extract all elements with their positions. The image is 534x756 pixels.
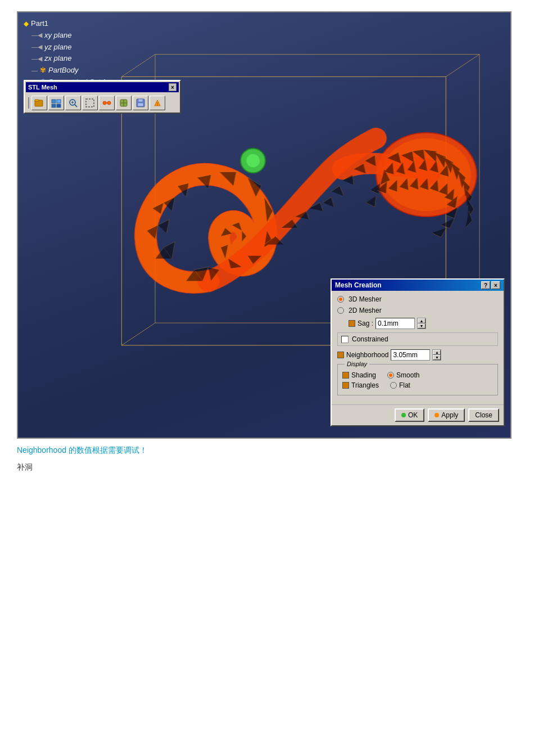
triangles-label: Triangles xyxy=(351,381,379,389)
mesher-3d-radio[interactable] xyxy=(337,296,344,303)
stl-toolbar-label: STL Mesh xyxy=(28,84,57,91)
viewport-3d-area: ◆ Part1 —◀ xy plane —◀ yz plane —◀ zx pl… xyxy=(17,11,512,439)
smooth-label: Smooth xyxy=(396,371,419,379)
svg-rect-2 xyxy=(52,100,56,103)
shading-item[interactable]: Shading xyxy=(342,371,376,379)
svg-line-23 xyxy=(121,55,155,77)
close-button[interactable]: Close xyxy=(468,408,499,422)
caption-line2: 补洞 xyxy=(17,462,517,472)
sag-spin-down[interactable]: ▼ xyxy=(418,323,426,328)
body-icon: ✾ xyxy=(40,65,46,76)
svg-rect-1 xyxy=(35,100,39,101)
toolbar-btn-7[interactable] xyxy=(133,96,148,110)
sag-row: Sag : ▲ ▼ xyxy=(337,318,498,329)
tree-item-partbody[interactable]: — ✾ PartBody xyxy=(24,65,107,76)
ok-button[interactable]: OK xyxy=(395,408,424,422)
sag-spin-up[interactable]: ▲ xyxy=(418,318,426,323)
neighborhood-label: Neighborhood xyxy=(346,351,388,359)
caption-line1: Neighborhood 的数值根据需要调试！ xyxy=(17,446,517,456)
constrained-checkbox[interactable] xyxy=(341,336,349,343)
mesher-3d-label: 3D Mesher xyxy=(349,295,382,303)
dialog-title: Mesh Creation xyxy=(335,281,382,289)
toolbar-btn-4[interactable] xyxy=(82,96,98,110)
display-inner: Shading Smooth Triangles xyxy=(338,369,497,395)
stl-toolbar-title: STL Mesh × xyxy=(26,82,179,92)
main-container: ◆ Part1 —◀ xy plane —◀ yz plane —◀ zx pl… xyxy=(0,0,534,484)
ok-btn-dot xyxy=(401,413,406,417)
neighborhood-row: Neighborhood ▲ ▼ xyxy=(337,349,498,361)
mesher-2d-radio[interactable] xyxy=(337,307,344,314)
flat-radio[interactable] xyxy=(390,382,397,389)
sag-spinner: ▲ ▼ xyxy=(417,318,426,329)
mesh-creation-dialog: Mesh Creation ? × 3D Mesher 2D Mesher xyxy=(331,278,505,426)
stl-toolbar: STL Mesh × xyxy=(24,80,181,114)
constrained-row[interactable]: Constrained xyxy=(337,332,498,346)
sag-label: Sag : xyxy=(357,320,373,327)
mesher-2d-label: 2D Mesher xyxy=(349,307,382,314)
mesher-2d-row: 2D Mesher xyxy=(337,307,498,314)
tree-item-part1[interactable]: ◆ Part1 xyxy=(24,18,107,30)
ok-btn-label: OK xyxy=(408,411,418,419)
tree-item-xy[interactable]: —◀ xy plane xyxy=(24,30,107,42)
smooth-radio[interactable] xyxy=(387,372,394,379)
svg-rect-19 xyxy=(138,103,143,106)
toolbar-btn-8[interactable] xyxy=(150,96,165,110)
display-row-1: Shading Smooth xyxy=(342,371,493,379)
tree-item-yz[interactable]: —◀ yz plane xyxy=(24,42,107,53)
apply-btn-dot xyxy=(435,413,439,417)
neighborhood-spin-up[interactable]: ▲ xyxy=(433,350,441,355)
tree-label-part1: Part1 xyxy=(31,18,48,30)
sag-color-indicator xyxy=(349,320,355,327)
toolbar-btn-1[interactable] xyxy=(31,96,47,110)
shading-label: Shading xyxy=(351,371,376,379)
svg-rect-5 xyxy=(57,104,61,107)
neighborhood-spin-down[interactable]: ▼ xyxy=(433,355,441,360)
dash-icon2: —◀ xyxy=(31,42,42,52)
tree-label-xy: xy plane xyxy=(44,30,71,42)
display-row-2: Triangles Flat xyxy=(342,381,493,389)
svg-point-32 xyxy=(246,154,260,168)
constrained-label: Constrained xyxy=(352,335,388,343)
svg-line-26 xyxy=(121,323,155,345)
dialog-footer: OK Apply Close xyxy=(332,404,504,425)
toolbar-btn-6[interactable] xyxy=(116,96,132,110)
apply-btn-label: Apply xyxy=(441,411,458,419)
triangles-color-sq xyxy=(342,382,349,389)
smooth-item[interactable]: Smooth xyxy=(387,371,419,379)
display-group: Display Shading Smooth xyxy=(337,364,498,395)
part-icon: ◆ xyxy=(24,19,29,29)
tree-label-partbody: PartBody xyxy=(48,65,78,76)
sag-input[interactable] xyxy=(375,318,415,329)
dash-icon: —◀ xyxy=(31,30,42,40)
neighborhood-input[interactable] xyxy=(391,349,430,361)
shading-color-sq xyxy=(342,372,349,379)
stl-toolbar-buttons xyxy=(26,94,179,111)
stl-toolbar-close-btn[interactable]: × xyxy=(169,83,177,91)
apply-button[interactable]: Apply xyxy=(428,408,465,422)
dialog-help-btn[interactable]: ? xyxy=(481,281,490,289)
dialog-close-title-btn[interactable]: × xyxy=(491,281,500,289)
flat-item[interactable]: Flat xyxy=(390,381,410,389)
triangles-item[interactable]: Triangles xyxy=(342,381,379,389)
dialog-title-buttons: ? × xyxy=(481,281,500,289)
display-legend: Display xyxy=(345,361,369,367)
svg-line-24 xyxy=(446,55,479,77)
tree-label-yz: yz plane xyxy=(44,42,71,53)
svg-rect-10 xyxy=(86,99,94,107)
toolbar-btn-5[interactable] xyxy=(99,96,115,110)
dash-icon4: — xyxy=(31,66,38,76)
svg-rect-18 xyxy=(138,99,143,102)
svg-rect-4 xyxy=(52,104,56,107)
dash-icon3: —◀ xyxy=(31,54,42,64)
dialog-content: 3D Mesher 2D Mesher Sag : ▲ ▼ xyxy=(332,291,504,404)
svg-rect-3 xyxy=(57,100,61,103)
neighborhood-spinner: ▲ ▼ xyxy=(432,349,441,361)
toolbar-btn-2[interactable] xyxy=(48,96,64,110)
tree-label-zx: zx plane xyxy=(44,53,71,65)
neighborhood-color-indicator xyxy=(337,352,344,358)
toolbar-btn-3[interactable] xyxy=(65,96,81,110)
close-btn-label: Close xyxy=(475,411,492,419)
svg-line-7 xyxy=(75,105,77,107)
tree-item-zx[interactable]: —◀ zx plane xyxy=(24,53,107,65)
svg-point-11 xyxy=(103,101,106,105)
